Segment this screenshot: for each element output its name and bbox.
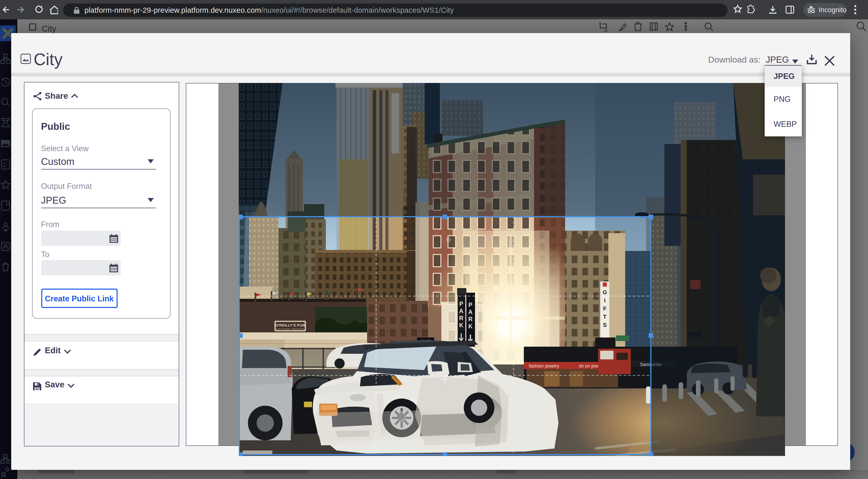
svg-text:F: F — [603, 306, 606, 312]
svg-text:S: S — [603, 322, 607, 328]
svg-text:P: P — [468, 302, 472, 309]
svg-text:A: A — [459, 308, 463, 315]
svg-text:G: G — [602, 289, 607, 296]
svg-text:R: R — [468, 316, 472, 323]
svg-text:K: K — [468, 323, 472, 330]
svg-text:fashion jewelry: fashion jewelry — [529, 364, 559, 369]
svg-text:T: T — [603, 314, 606, 320]
svg-text:K: K — [459, 322, 463, 329]
svg-text:ROOFTOP BAR + RESTAURANT: ROOFTOP BAR + RESTAURANT — [275, 328, 306, 330]
svg-text:P: P — [459, 301, 463, 308]
svg-text:R: R — [459, 315, 463, 322]
svg-text:A: A — [468, 309, 472, 316]
svg-text:O'REILLY'S PUB: O'REILLY'S PUB — [275, 323, 305, 327]
svg-text:I: I — [604, 297, 605, 304]
